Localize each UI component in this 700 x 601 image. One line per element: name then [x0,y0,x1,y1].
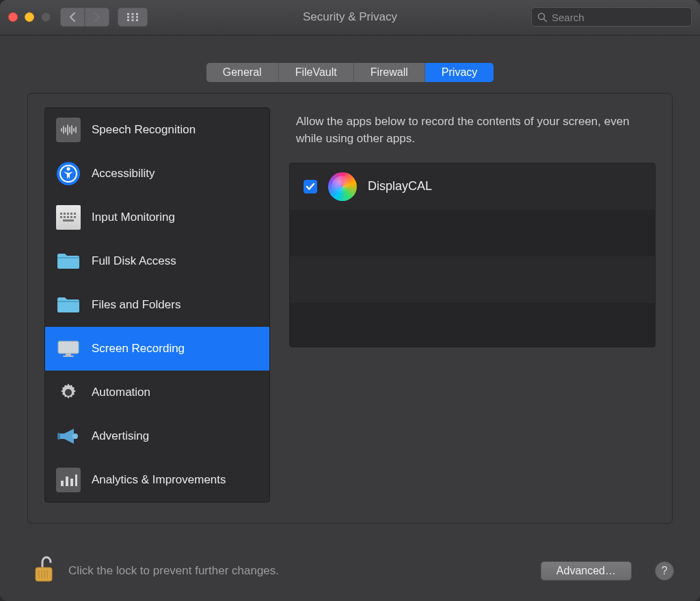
sidebar-item-speech-recognition[interactable]: Speech Recognition [45,108,269,152]
svg-rect-45 [36,567,52,581]
tab-firewall[interactable]: Firewall [354,63,425,82]
svg-rect-2 [136,13,138,15]
svg-rect-34 [57,301,79,302]
svg-rect-29 [67,216,69,218]
svg-rect-36 [66,353,71,356]
window-zoom-button[interactable] [41,12,51,22]
sidebar-item-label: Input Monitoring [92,211,175,224]
tab-filevault[interactable]: FileVault [279,63,354,82]
tab-bar: General FileVault Firewall Privacy [206,63,494,82]
svg-point-38 [65,389,72,396]
svg-rect-23 [64,213,66,215]
svg-rect-8 [136,19,138,21]
app-checkbox[interactable] [304,180,317,193]
search-input[interactable] [552,12,686,23]
permission-description: Allow the apps below to record the conte… [296,113,649,148]
grid-icon [127,13,138,21]
svg-point-21 [67,167,70,170]
sidebar-item-full-disk-access[interactable]: Full Disk Access [45,239,269,283]
app-row-empty [290,210,655,256]
svg-rect-37 [63,356,74,357]
svg-rect-24 [67,213,69,215]
svg-rect-41 [61,481,64,486]
chevron-right-icon [94,12,100,22]
app-row-empty [290,303,655,347]
lock-hint-text: Click the lock to prevent further change… [68,564,279,578]
svg-rect-0 [127,13,129,15]
forward-button[interactable] [85,8,109,27]
app-row-empty [290,256,655,303]
keyboard-icon [56,205,81,230]
svg-point-40 [72,433,78,439]
svg-rect-32 [63,219,74,222]
tab-general[interactable]: General [206,63,279,82]
sidebar-item-accessibility[interactable]: Accessibility [45,152,269,196]
privacy-category-list[interactable]: Speech Recognition Accessibility Input M… [44,107,270,503]
svg-rect-28 [64,216,66,218]
sidebar-item-label: Speech Recognition [92,123,196,137]
titlebar: Security & Privacy [0,0,700,36]
sidebar-item-analytics[interactable]: Analytics & Improvements [45,458,269,502]
lock-button[interactable] [33,555,55,587]
sidebar-item-input-monitoring[interactable]: Input Monitoring [45,196,269,239]
search-field[interactable] [531,8,692,27]
svg-rect-1 [132,13,134,15]
sidebar-item-label: Analytics & Improvements [92,473,226,487]
back-button[interactable] [60,8,85,27]
advanced-button[interactable]: Advanced… [541,561,632,580]
sidebar-item-screen-recording[interactable]: Screen Recording [45,327,269,371]
svg-rect-31 [74,216,76,218]
svg-rect-4 [132,16,134,18]
waveform-icon [56,118,81,142]
gear-icon [56,380,81,405]
folder-icon [56,249,81,273]
displaycal-app-icon [328,172,357,201]
chevron-left-icon [69,12,76,22]
svg-rect-5 [136,16,138,18]
svg-rect-35 [58,341,79,353]
svg-rect-30 [70,216,72,218]
sidebar-item-label: Full Disk Access [92,254,176,268]
sidebar-item-label: Accessibility [92,167,155,181]
app-row-displaycal[interactable]: DisplayCAL [290,163,655,210]
megaphone-icon [56,424,81,449]
app-permission-list[interactable]: DisplayCAL [289,163,656,347]
svg-rect-6 [127,19,129,21]
tab-privacy[interactable]: Privacy [425,63,494,82]
svg-rect-27 [60,216,62,218]
svg-rect-22 [60,213,62,215]
checkmark-icon [306,182,315,191]
window-minimize-button[interactable] [25,12,34,22]
accessibility-icon [56,161,81,186]
sidebar-item-label: Screen Recording [92,342,185,356]
svg-rect-39 [57,433,60,440]
svg-rect-3 [127,16,129,18]
sidebar-item-automation[interactable]: Automation [45,371,269,414]
svg-line-10 [544,18,547,21]
app-name-label: DisplayCAL [368,179,432,193]
lock-open-icon [33,555,55,584]
svg-rect-33 [57,257,79,258]
window-footer: Click the lock to prevent further change… [0,541,700,601]
help-button[interactable]: ? [655,561,674,580]
svg-rect-7 [132,19,134,21]
bars-icon [56,468,81,492]
sidebar-item-advertising[interactable]: Advertising [45,414,269,458]
svg-rect-42 [66,477,68,486]
sidebar-item-label: Automation [92,386,150,399]
display-icon [56,336,81,361]
folder-icon [56,293,81,317]
search-icon [537,12,548,23]
show-all-button[interactable] [118,8,148,27]
svg-rect-26 [74,213,76,215]
privacy-panel: Speech Recognition Accessibility Input M… [27,93,673,524]
sidebar-item-label: Files and Folders [92,298,180,312]
svg-rect-44 [75,475,77,486]
sidebar-item-files-and-folders[interactable]: Files and Folders [45,283,269,327]
svg-rect-43 [70,479,73,486]
window-close-button[interactable] [8,12,18,22]
svg-rect-25 [70,213,72,215]
sidebar-item-label: Advertising [92,429,149,443]
